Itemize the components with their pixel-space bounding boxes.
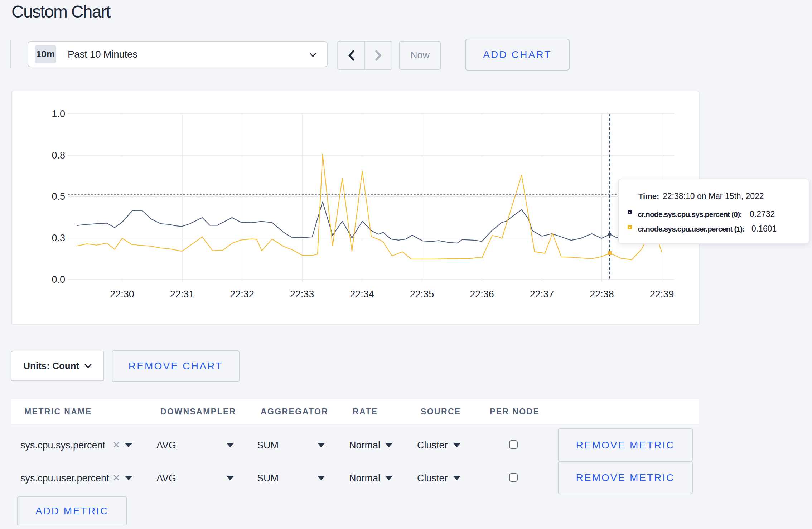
svg-text:22:31: 22:31 <box>170 289 194 300</box>
svg-text:0.8: 0.8 <box>52 150 65 161</box>
svg-text:22:34: 22:34 <box>350 289 374 300</box>
svg-text:0.3: 0.3 <box>52 233 65 243</box>
svg-text:22:37: 22:37 <box>530 289 554 300</box>
svg-text:22:33: 22:33 <box>290 289 314 300</box>
svg-text:0.0: 0.0 <box>52 274 65 285</box>
svg-text:22:32: 22:32 <box>230 289 254 300</box>
svg-text:1.0: 1.0 <box>52 108 65 119</box>
svg-text:22:35: 22:35 <box>410 289 434 300</box>
svg-text:22:30: 22:30 <box>110 289 134 300</box>
svg-text:22:39: 22:39 <box>650 289 674 300</box>
svg-text:22:38: 22:38 <box>590 289 614 300</box>
svg-text:22:36: 22:36 <box>470 289 494 300</box>
svg-text:0.5: 0.5 <box>52 191 65 202</box>
